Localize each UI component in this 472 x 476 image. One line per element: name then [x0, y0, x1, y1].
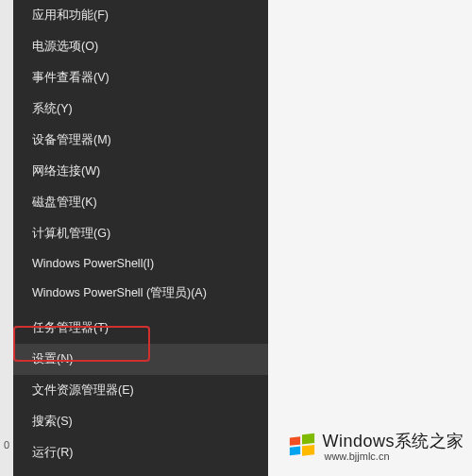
menu-item-网络连接-w-[interactable]: 网络连接(W): [13, 156, 268, 187]
menu-item-搜索-s-[interactable]: 搜索(S): [13, 406, 268, 437]
gutter-zero: 0: [4, 439, 9, 450]
watermark-brand: Windows系统之家: [322, 432, 464, 451]
menu-item-windows-powershell-管理员-a-[interactable]: Windows PowerShell (管理员)(A): [13, 278, 268, 309]
menu-item-计算机管理-g-[interactable]: 计算机管理(G): [13, 218, 268, 249]
watermark: Windows系统之家 www.bjjmlc.cn: [288, 432, 464, 463]
svg-rect-0: [290, 437, 300, 447]
winx-context-menu: 应用和功能(F)电源选项(O)事件查看器(V)系统(Y)设备管理器(M)网络连接…: [13, 0, 268, 476]
menu-item-系统-y-[interactable]: 系统(Y): [13, 94, 268, 125]
menu-item-电源选项-o-[interactable]: 电源选项(O): [13, 31, 268, 62]
svg-rect-3: [302, 445, 314, 456]
menu-item-设备管理器-m-[interactable]: 设备管理器(M): [13, 125, 268, 156]
menu-item-事件查看器-v-[interactable]: 事件查看器(V): [13, 62, 268, 94]
menu-item-运行-r-[interactable]: 运行(R): [13, 437, 268, 468]
menu-item-应用和功能-f-[interactable]: 应用和功能(F): [13, 0, 268, 31]
menu-item-关机或注销-u-[interactable]: 关机或注销(U): [13, 472, 268, 476]
watermark-url: www.bjjmlc.cn: [324, 450, 464, 463]
menu-item-任务管理器-t-[interactable]: 任务管理器(T): [13, 313, 268, 344]
menu-item-设置-n-[interactable]: 设置(N): [13, 344, 268, 375]
windows-logo-icon: [288, 433, 316, 461]
left-gutter: 0: [0, 0, 13, 476]
svg-rect-2: [290, 447, 300, 456]
menu-item-磁盘管理-k-[interactable]: 磁盘管理(K): [13, 187, 268, 218]
menu-item-windows-powershell-i-[interactable]: Windows PowerShell(I): [13, 249, 268, 278]
svg-rect-1: [302, 434, 314, 445]
menu-item-文件资源管理器-e-[interactable]: 文件资源管理器(E): [13, 375, 268, 406]
